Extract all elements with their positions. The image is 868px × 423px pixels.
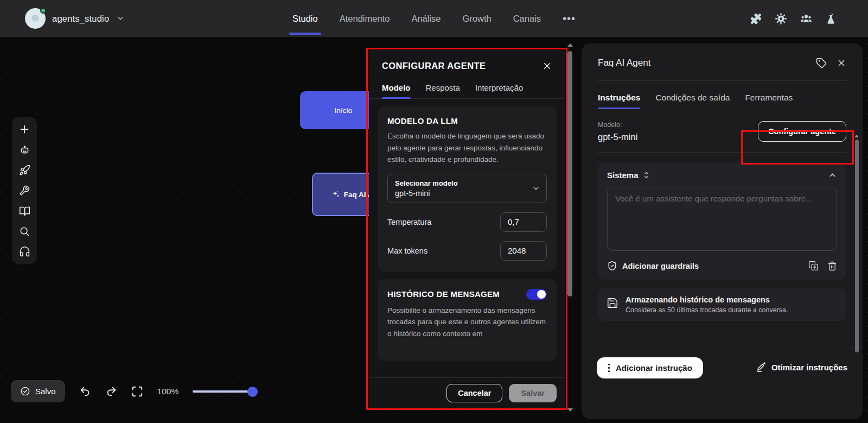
kebab-menu-icon xyxy=(608,363,610,373)
panel-scrollbar[interactable] xyxy=(854,135,859,406)
wrench-icon[interactable] xyxy=(18,184,31,197)
max-tokens-input[interactable] xyxy=(500,241,547,261)
page-scrollbar-thumb[interactable] xyxy=(567,51,572,296)
optimize-instructions-button[interactable]: Otimizar instruções xyxy=(756,362,847,373)
trash-icon[interactable] xyxy=(827,261,837,271)
book-icon[interactable] xyxy=(18,205,31,218)
workspace-avatar xyxy=(25,8,46,29)
puzzle-icon[interactable] xyxy=(750,12,762,25)
model-select[interactable]: Selecionar modelo gpt-5-mini xyxy=(387,174,547,203)
check-circle-icon xyxy=(20,386,30,396)
scroll-up-arrow-icon[interactable] xyxy=(854,135,859,137)
history-section-title: HISTÓRICO DE MENSAGEM xyxy=(387,289,500,299)
message-history-card[interactable]: Armazenando histórico de mensagens Consi… xyxy=(598,288,846,321)
tab-resposta[interactable]: Resposta xyxy=(426,83,460,98)
message-history-title: Armazenando histórico de mensagens xyxy=(626,295,788,304)
zoom-slider[interactable] xyxy=(193,386,257,397)
close-icon[interactable] xyxy=(542,61,552,71)
main-nav: Studio Atendimento Análise Growth Canais… xyxy=(292,0,576,37)
tab-modelo[interactable]: Modelo xyxy=(382,83,411,98)
header-actions xyxy=(750,0,837,37)
configure-agent-modal: CONFIGURAR AGENTE Modelo Resposta Interp… xyxy=(369,50,565,408)
page-scrollbar[interactable] xyxy=(567,43,573,412)
model-value: gpt-5-mini xyxy=(598,132,637,142)
rocket-icon[interactable] xyxy=(18,163,31,176)
panel-divider xyxy=(598,80,846,81)
tab-instrucoes[interactable]: Instruções xyxy=(598,93,640,109)
panel-footer: Adicionar instrução Otimizar instruções xyxy=(582,349,863,419)
modal-tabs: Modelo Resposta Interpretação xyxy=(369,83,565,99)
sparkles-icon xyxy=(331,190,340,199)
toggle-knob xyxy=(537,290,546,299)
robot-icon[interactable] xyxy=(18,143,31,156)
history-toggle[interactable] xyxy=(526,289,547,300)
temperature-label: Temperatura xyxy=(387,218,431,226)
flask-icon[interactable] xyxy=(825,13,837,24)
fit-view-icon[interactable] xyxy=(131,386,143,397)
collapse-chevron-icon[interactable] xyxy=(828,171,837,180)
chevrons-up-down-icon[interactable] xyxy=(642,171,650,179)
floppy-disk-icon xyxy=(607,297,618,309)
nav-item-atendimento[interactable]: Atendimento xyxy=(340,0,390,37)
model-select-label: Selecionar modelo xyxy=(395,179,528,187)
users-icon[interactable] xyxy=(800,12,813,25)
save-status-pill[interactable]: Salvo xyxy=(11,380,65,402)
chevron-down-icon xyxy=(117,15,124,22)
system-section-header[interactable]: Sistema xyxy=(607,171,650,180)
model-select-value: gpt-5-mini xyxy=(395,189,528,198)
chevron-down-icon xyxy=(532,184,540,193)
canvas-controls: Salvo 100% xyxy=(11,380,257,402)
add-guardrails-label: Adicionar guardrails xyxy=(622,262,699,270)
add-instruction-button[interactable]: Adicionar instrução xyxy=(597,357,703,378)
nav-item-canais[interactable]: Canais xyxy=(513,0,541,37)
duplicate-icon[interactable] xyxy=(808,261,819,271)
top-navbar: agents_studio Studio Atendimento Análise… xyxy=(0,0,868,37)
zoom-level-label: 100% xyxy=(157,387,179,396)
system-instruction-textarea[interactable] xyxy=(607,187,837,251)
nav-item-growth[interactable]: Growth xyxy=(463,0,492,37)
zoom-slider-knob[interactable] xyxy=(247,387,258,397)
temperature-input[interactable] xyxy=(500,212,547,232)
panel-tabs: Instruções Condições de saída Ferramenta… xyxy=(598,93,846,109)
scroll-up-arrow-icon[interactable] xyxy=(567,43,573,47)
workspace-switcher[interactable]: agents_studio xyxy=(25,8,124,29)
system-instruction-card: Sistema Adicionar guardrails xyxy=(598,162,846,280)
scroll-down-arrow-icon[interactable] xyxy=(567,408,573,412)
save-button[interactable]: Salvar xyxy=(509,384,557,402)
modal-body: MODELO DA LLM Escolha o modelo de lingua… xyxy=(369,99,565,377)
message-history-subtitle: Considera as 50 últimas trocadas durante… xyxy=(626,306,788,314)
support-icon[interactable] xyxy=(18,245,31,258)
magic-pencil-icon xyxy=(756,362,767,373)
optimize-instructions-label: Otimizar instruções xyxy=(771,363,847,372)
nav-item-studio[interactable]: Studio xyxy=(292,0,318,37)
app-root: Início Faq AI Age Salvo 100% xyxy=(0,0,868,423)
add-instruction-label: Adicionar instrução xyxy=(616,363,692,373)
nav-more-button[interactable]: ••• xyxy=(563,0,576,37)
llm-model-section: MODELO DA LLM Escolha o modelo de lingua… xyxy=(378,106,557,272)
agent-detail-panel: Faq AI Agent Instruções Condições de saí… xyxy=(582,43,863,419)
nav-item-analise[interactable]: Análise xyxy=(411,0,441,37)
configure-agent-button[interactable]: Configurar agente xyxy=(758,121,846,142)
gear-icon[interactable] xyxy=(775,12,787,25)
redo-icon[interactable] xyxy=(105,386,117,397)
workspace-name: agents_studio xyxy=(52,14,109,24)
tag-icon[interactable] xyxy=(816,58,827,68)
tab-interpretacao[interactable]: Interpretação xyxy=(475,83,523,98)
message-history-text: Armazenando histórico de mensagens Consi… xyxy=(626,295,788,314)
tab-ferramentas[interactable]: Ferramentas xyxy=(745,93,793,109)
shield-check-icon xyxy=(607,261,617,271)
cancel-button[interactable]: Cancelar xyxy=(446,384,502,402)
modal-title: CONFIGURAR AGENTE xyxy=(382,61,486,71)
search-icon[interactable] xyxy=(18,225,31,238)
model-info: Modelo: gpt-5-mini xyxy=(598,121,637,142)
add-node-icon[interactable] xyxy=(18,123,31,136)
tab-condicoes-saida[interactable]: Condições de saída xyxy=(655,93,730,109)
agent-panel-title: Faq AI Agent xyxy=(598,58,650,68)
panel-scrollbar-thumb[interactable] xyxy=(855,140,859,352)
node-start-label: Início xyxy=(335,106,352,115)
close-icon[interactable] xyxy=(837,58,846,68)
add-guardrails-button[interactable]: Adicionar guardrails xyxy=(607,261,699,271)
llm-section-title: MODELO DA LLM xyxy=(387,116,547,125)
system-section-title: Sistema xyxy=(607,171,639,180)
undo-icon[interactable] xyxy=(79,386,91,397)
